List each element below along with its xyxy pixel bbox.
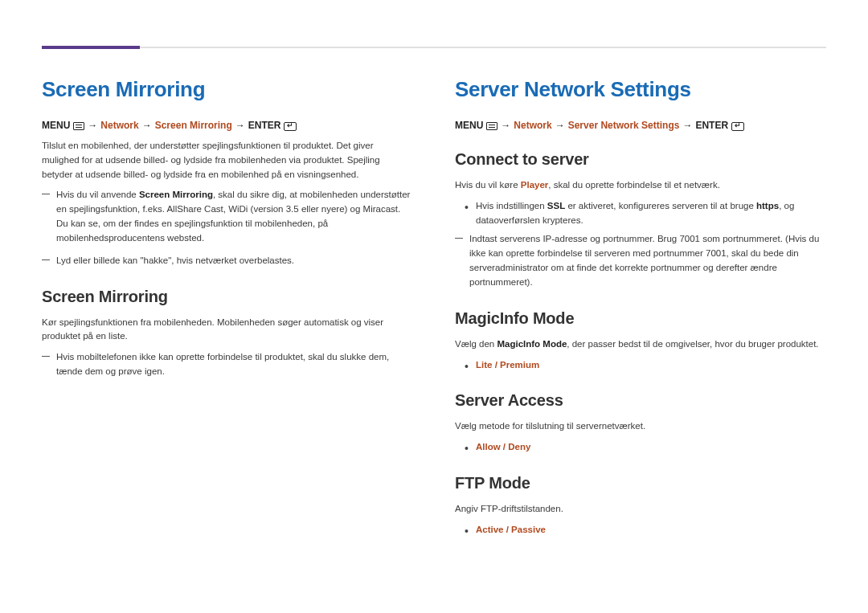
bullet-highlight-https: https: [756, 201, 779, 210]
subheading-connect: Connect to server: [455, 150, 826, 169]
subheading-magicinfo: MagicInfo Mode: [455, 309, 826, 328]
breadcrumb-arrow: →: [142, 120, 152, 131]
sub-notes-list: Hvis mobiltelefonen ikke kan oprette for…: [42, 350, 413, 379]
heading-server-network: Server Network Settings: [455, 77, 826, 102]
subheading-screen-mirroring: Screen Mirroring: [42, 288, 413, 306]
breadcrumb-arrow: →: [501, 120, 510, 131]
magicinfo-options: Lite / Premium: [455, 358, 826, 373]
page: Screen Mirroring MENU → Network → Screen…: [0, 0, 868, 542]
breadcrumb-arrow: →: [88, 120, 97, 131]
subheading-ftp: FTP Mode: [455, 474, 826, 492]
access-options: Allow / Deny: [455, 440, 826, 455]
connect-bullets: Hvis indstillingen SSL er aktiveret, kon…: [455, 199, 826, 228]
magicinfo-paragraph: Vælg den MagicInfo Mode, der passer beds…: [455, 337, 826, 352]
breadcrumb-left: MENU → Network → Screen Mirroring → ENTE…: [42, 120, 413, 131]
breadcrumb-menu-label: MENU: [455, 120, 483, 131]
ftp-options: Active / Passive: [455, 523, 826, 537]
top-rule-accent: [42, 46, 140, 49]
connect-text: Hvis du vil køre: [455, 180, 521, 190]
sub-paragraph: Kør spejlingsfunktionen fra mobilenheden…: [42, 316, 413, 345]
note-item: Lyd eller billede kan "hakke", hvis netv…: [53, 254, 413, 268]
connect-paragraph: Hvis du vil køre Player, skal du oprette…: [455, 178, 826, 193]
intro-paragraph: Tilslut en mobilenhed, der understøtter …: [42, 139, 413, 182]
enter-icon: [731, 122, 744, 131]
breadcrumb-enter-label: ENTER: [695, 120, 728, 131]
option-allow-deny: Allow / Deny: [476, 442, 530, 452]
breadcrumb-server-network: Server Network Settings: [568, 120, 680, 131]
bullet-text: er aktiveret, konfigureres serveren til …: [565, 201, 756, 210]
heading-screen-mirroring: Screen Mirroring: [42, 77, 413, 102]
breadcrumb-menu-label: MENU: [42, 120, 70, 131]
magicinfo-text: Vælg den: [455, 339, 497, 349]
left-column: Screen Mirroring MENU → Network → Screen…: [42, 77, 413, 542]
magicinfo-highlight: MagicInfo Mode: [497, 339, 567, 349]
option-item: Active / Passive: [476, 523, 826, 537]
bullet-item: Hvis indstillingen SSL er aktiveret, kon…: [476, 199, 826, 228]
access-paragraph: Vælg metode for tilslutning til serverne…: [455, 419, 826, 434]
breadcrumb-screen-mirroring: Screen Mirroring: [155, 120, 232, 131]
magicinfo-text: , der passer bedst til de omgivelser, hv…: [567, 339, 818, 349]
top-rule: [42, 47, 826, 48]
breadcrumb-arrow: →: [555, 120, 565, 131]
ftp-paragraph: Angiv FTP-driftstilstanden.: [455, 502, 826, 517]
connect-highlight-player: Player: [521, 180, 549, 190]
bullet-highlight-ssl: SSL: [547, 201, 565, 210]
bullet-text: Hvis indstillingen: [476, 201, 547, 210]
right-column: Server Network Settings MENU → Network →…: [455, 77, 826, 542]
subheading-server-access: Server Access: [455, 391, 826, 410]
option-item: Allow / Deny: [476, 440, 826, 455]
option-lite-premium: Lite / Premium: [476, 360, 539, 370]
breadcrumb-arrow: →: [682, 120, 692, 131]
menu-icon: [486, 122, 497, 130]
breadcrumb-arrow: →: [235, 120, 245, 131]
note-item: Hvis du vil anvende Screen Mirroring, sk…: [53, 188, 413, 245]
enter-icon: [284, 122, 297, 131]
breadcrumb-enter-label: ENTER: [248, 120, 281, 131]
connect-text: , skal du oprette forbindelse til et net…: [548, 180, 720, 190]
note-text: Hvis du vil anvende: [56, 190, 139, 199]
option-item: Lite / Premium: [476, 358, 826, 373]
note-item: Hvis mobiltelefonen ikke kan oprette for…: [53, 350, 413, 379]
note-item: Indtast serverens IP-adresse og portnumm…: [466, 232, 826, 289]
connect-notes: Indtast serverens IP-adresse og portnumm…: [455, 232, 826, 289]
columns: Screen Mirroring MENU → Network → Screen…: [42, 77, 826, 542]
option-active-passive: Active / Passive: [476, 525, 546, 534]
menu-icon: [73, 122, 84, 130]
breadcrumb-right: MENU → Network → Server Network Settings…: [455, 120, 826, 131]
breadcrumb-network: Network: [100, 120, 138, 131]
notes-list: Hvis du vil anvende Screen Mirroring, sk…: [42, 188, 413, 268]
note-highlight: Screen Mirroring: [139, 190, 213, 199]
breadcrumb-network: Network: [514, 120, 551, 131]
